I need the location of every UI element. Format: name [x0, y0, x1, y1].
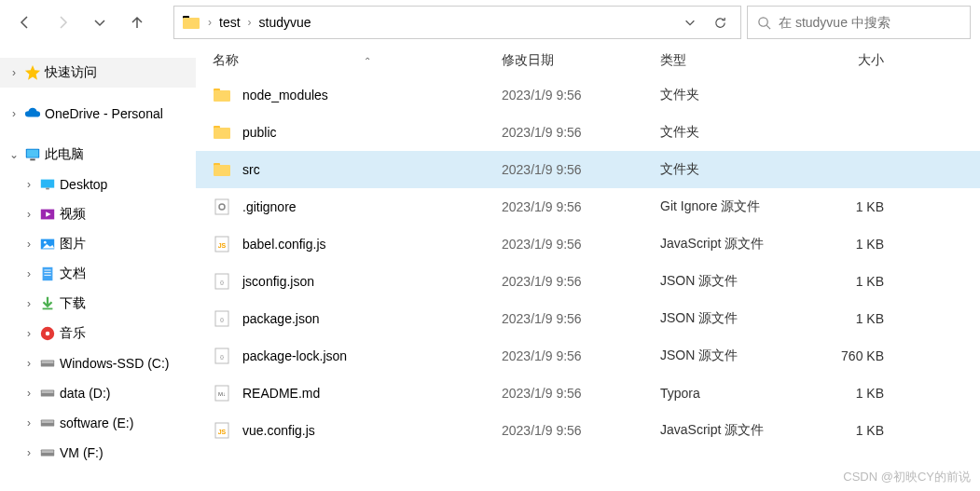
- drive-d[interactable]: › data (D:): [0, 378, 196, 408]
- col-type[interactable]: 类型: [660, 52, 809, 69]
- search-icon: [757, 16, 771, 30]
- file-name: vue.config.js: [242, 423, 315, 438]
- file-type: JavaScript 源文件: [660, 236, 809, 252]
- folder-icon: [213, 86, 231, 104]
- file-row[interactable]: public2023/1/9 9:56文件夹: [196, 114, 980, 151]
- download-icon: [39, 295, 56, 312]
- tree-label: 音乐: [60, 325, 86, 342]
- col-size[interactable]: 大小: [809, 52, 884, 69]
- file-name: package-lock.json: [242, 348, 347, 363]
- file-row[interactable]: src2023/1/9 9:56文件夹: [196, 151, 980, 188]
- svg-rect-6: [41, 180, 54, 188]
- chevron-right-icon: ›: [248, 16, 252, 29]
- svg-rect-21: [42, 390, 54, 393]
- video-icon: [39, 206, 56, 223]
- breadcrumb-item[interactable]: studyvue: [259, 15, 311, 30]
- svg-rect-29: [214, 128, 230, 139]
- tree-label: 视频: [60, 206, 86, 223]
- file-row[interactable]: JSvue.config.js2023/1/9 9:56JavaScript 源…: [196, 412, 980, 449]
- svg-point-17: [46, 332, 50, 336]
- quick-access[interactable]: › 快速访问: [0, 58, 196, 88]
- folder-icon: [182, 13, 200, 32]
- address-dropdown[interactable]: [677, 9, 703, 35]
- file-name: jsconfig.json: [242, 274, 314, 289]
- file-type: 文件夹: [660, 87, 809, 103]
- forward-button[interactable]: [47, 7, 78, 38]
- file-type: 文件夹: [660, 124, 809, 141]
- chevron-right-icon: ›: [22, 327, 35, 340]
- svg-point-2: [759, 17, 767, 25]
- file-row[interactable]: node_modules2023/1/9 9:56文件夹: [196, 76, 980, 114]
- downloads[interactable]: › 下载: [0, 289, 196, 319]
- file-row[interactable]: {}package-lock.json2023/1/9 9:56JSON 源文件…: [196, 337, 980, 375]
- file-size: 1 KB: [809, 274, 884, 289]
- tree-label: 文档: [60, 266, 86, 282]
- desktop[interactable]: › Desktop: [0, 170, 196, 199]
- drive-f[interactable]: › VM (F:): [0, 438, 196, 468]
- svg-text:JS: JS: [218, 242, 227, 249]
- svg-text:JS: JS: [218, 429, 227, 435]
- file-row[interactable]: {}package.json2023/1/9 9:56JSON 源文件1 KB: [196, 300, 980, 337]
- file-size: 1 KB: [809, 199, 884, 214]
- svg-rect-31: [214, 165, 230, 176]
- file-row[interactable]: JSbabel.config.js2023/1/9 9:56JavaScript…: [196, 225, 980, 263]
- drive-e[interactable]: › software (E:): [0, 408, 196, 438]
- desktop-icon: [39, 176, 56, 193]
- cloud-icon: [24, 105, 41, 122]
- svg-rect-14: [44, 275, 50, 276]
- pictures[interactable]: › 图片: [0, 229, 196, 259]
- svg-rect-13: [44, 272, 50, 273]
- drive-c[interactable]: › Windows-SSD (C:): [0, 348, 196, 378]
- file-name: package.json: [242, 311, 320, 326]
- file-row[interactable]: M↓README.md2023/1/9 9:56Typora1 KB: [196, 375, 980, 412]
- file-size: 1 KB: [809, 386, 884, 401]
- md-icon: M↓: [213, 384, 231, 402]
- file-size: 1 KB: [809, 423, 884, 438]
- documents[interactable]: › 文档: [0, 259, 196, 289]
- tree-label: 图片: [60, 236, 86, 252]
- refresh-button[interactable]: [707, 9, 733, 35]
- address-bar[interactable]: › test › studyvue: [173, 6, 741, 39]
- json-icon: {}: [213, 309, 231, 328]
- col-name[interactable]: 名称: [213, 52, 239, 69]
- onedrive[interactable]: › OneDrive - Personal: [0, 99, 196, 129]
- svg-rect-27: [214, 90, 230, 102]
- up-button[interactable]: [121, 7, 153, 38]
- file-date: 2023/1/9 9:56: [502, 237, 660, 252]
- tree-label: VM (F:): [60, 445, 104, 460]
- file-name: README.md: [242, 386, 320, 401]
- file-size: 1 KB: [809, 311, 884, 326]
- column-headers[interactable]: 名称⌃ 修改日期 类型 大小: [196, 45, 980, 76]
- chevron-right-icon: ›: [22, 208, 35, 221]
- file-name: node_modules: [242, 88, 328, 102]
- gear-icon: [213, 198, 231, 216]
- tree-label: data (D:): [60, 386, 110, 401]
- file-size: 760 KB: [809, 348, 884, 363]
- svg-text:{}: {}: [220, 280, 224, 285]
- svg-text:{}: {}: [220, 354, 224, 360]
- file-date: 2023/1/9 9:56: [502, 423, 660, 438]
- videos[interactable]: › 视频: [0, 199, 196, 229]
- pictures-icon: [39, 236, 56, 252]
- chevron-right-icon: ›: [22, 297, 35, 310]
- chevron-right-icon: ›: [22, 416, 35, 430]
- back-button[interactable]: [9, 7, 41, 38]
- tree-label: 下载: [60, 295, 86, 312]
- file-row[interactable]: {}jsconfig.json2023/1/9 9:56JSON 源文件1 KB: [196, 263, 980, 300]
- search-box[interactable]: [747, 6, 971, 39]
- recent-dropdown[interactable]: [84, 7, 116, 38]
- col-date[interactable]: 修改日期: [502, 52, 660, 69]
- music-icon: [39, 325, 56, 342]
- breadcrumb-item[interactable]: test: [219, 15, 241, 30]
- file-type: Git Ignore 源文件: [660, 198, 809, 215]
- file-row[interactable]: .gitignore2023/1/9 9:56Git Ignore 源文件1 K…: [196, 188, 980, 225]
- tree-label: OneDrive - Personal: [45, 106, 163, 121]
- search-input[interactable]: [779, 15, 960, 30]
- music[interactable]: › 音乐: [0, 319, 196, 348]
- sort-caret-icon: ⌃: [364, 56, 371, 66]
- chevron-right-icon: ›: [22, 387, 35, 400]
- file-name: .gitignore: [242, 199, 297, 214]
- file-size: 1 KB: [809, 237, 884, 252]
- file-date: 2023/1/9 9:56: [502, 199, 660, 214]
- this-pc[interactable]: ⌄ 此电脑: [0, 140, 196, 170]
